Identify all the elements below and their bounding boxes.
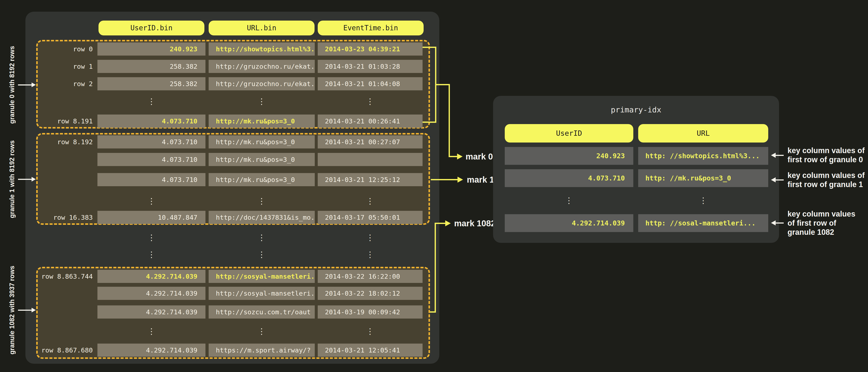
- annotation-1-arrow-line: [776, 179, 784, 180]
- cell-eventtime: 2014-03-22 16:22:00: [318, 270, 423, 283]
- cell-userid: 258.382: [97, 60, 206, 73]
- granule-1082-arrow-line: [18, 310, 32, 311]
- cell-eventtime-empty: [318, 153, 423, 166]
- mark-1-arrow-icon: [458, 177, 463, 182]
- annotation-line: first row of granule 0: [787, 155, 865, 164]
- index-column-header-userid: UserID: [505, 124, 633, 143]
- primary-index-title: primary-idx: [493, 106, 779, 114]
- annotation-0-arrow-icon: [771, 153, 776, 158]
- row-label: row 0: [27, 42, 93, 56]
- cell-eventtime: 2014-03-23 04:39:21: [318, 42, 423, 56]
- cell-url: http://mk.ru&pos=3_0: [209, 153, 315, 166]
- granule-0-arrow-line: [18, 84, 32, 85]
- index-column-header-url: URL: [638, 124, 768, 143]
- cell-url: http://sozcu.com.tr/oaut: [209, 306, 315, 319]
- cell-eventtime: 2014-03-22 18:02:12: [318, 287, 423, 300]
- mark-0-connector: [423, 47, 436, 48]
- row-label: row 1: [27, 60, 93, 73]
- cell-url: https://m.sport.airway/?: [209, 344, 315, 357]
- annotation-granule-1082: key column values of first row of granul…: [787, 209, 855, 237]
- ellipsis-icon: ⋮: [366, 197, 374, 205]
- cell-url: http://sosyal-mansetleri...: [209, 287, 315, 300]
- index-cell-url: http: //mk.ru&pos=3_0: [638, 169, 768, 187]
- index-cell-userid: 4.073.710: [505, 169, 633, 187]
- annotation-line: first row of granule 1: [787, 180, 865, 189]
- ellipsis-icon: ⋮: [148, 233, 155, 241]
- row-label: row 2: [27, 77, 93, 90]
- cell-userid: 4.073.710: [97, 115, 206, 128]
- mark-0-connector: [448, 84, 450, 157]
- cell-eventtime: 2014-03-17 05:50:01: [318, 211, 423, 224]
- cell-eventtime: 2014-03-21 12:25:12: [318, 173, 423, 186]
- ellipsis-icon: ⋮: [257, 327, 266, 335]
- annotation-granule-1: key column values of first row of granul…: [787, 171, 865, 189]
- cell-eventtime: 2014-03-21 12:05:41: [318, 344, 423, 357]
- cell-url: http://mk.ru&pos=3_0: [209, 115, 315, 128]
- cell-url: http://doc/1437831&is_mo...: [209, 211, 315, 224]
- cell-userid: 4.073.710: [97, 135, 206, 148]
- granule-1-side-label: granule 1 with 8192 rows: [8, 140, 16, 218]
- row-label: row 8.863.744: [27, 270, 93, 283]
- ellipsis-icon: ⋮: [148, 251, 155, 259]
- annotation-granule-0: key column values of first row of granul…: [787, 146, 865, 164]
- row-label: row 8.192: [27, 135, 93, 148]
- row-label: row 8.867.680: [27, 344, 93, 357]
- cell-userid: 258.382: [97, 77, 206, 90]
- row-label: row 8.191: [27, 115, 93, 128]
- ellipsis-icon: ⋮: [699, 196, 707, 204]
- index-cell-url: http: //showtopics.html%3...: [638, 147, 768, 165]
- mark-0-label: mark 0: [466, 151, 493, 162]
- index-cell-url: http: //sosal-mansetleri...: [638, 214, 768, 232]
- annotation-2-arrow-line: [776, 223, 784, 224]
- column-header-url-bin: URL.bin: [209, 21, 314, 35]
- cell-userid: 4.292.714.039: [97, 287, 206, 300]
- cell-userid: 4.292.714.039: [97, 306, 206, 319]
- granule-1-arrow-icon: [32, 177, 36, 181]
- ellipsis-icon: ⋮: [366, 327, 374, 335]
- granule-1082-side-label: granule 1082 with 3937 rows: [8, 266, 16, 354]
- index-cell-userid: 4.292.714.039: [505, 214, 633, 232]
- ellipsis-icon: ⋮: [148, 197, 155, 205]
- ellipsis-icon: ⋮: [257, 197, 266, 205]
- cell-url: http://mk.ru&pos=3_0: [209, 173, 315, 186]
- annotation-2-arrow-icon: [771, 220, 776, 225]
- ellipsis-icon: ⋮: [257, 251, 266, 259]
- mark-1-connector: [431, 179, 458, 180]
- cell-url: http://showtopics.html%3...: [209, 42, 315, 56]
- ellipsis-icon: ⋮: [366, 97, 374, 106]
- mark-0-connector: [448, 156, 458, 157]
- annotation-line: key column values of: [787, 171, 865, 180]
- cell-url: http://sosyal-mansetleri...: [209, 270, 315, 283]
- granule-0-arrow-icon: [32, 83, 36, 87]
- mark-0-connector: [435, 84, 450, 85]
- mark-0-arrow-icon: [457, 153, 463, 160]
- granule-1-arrow-line: [18, 179, 32, 180]
- ellipsis-icon: ⋮: [257, 233, 266, 241]
- column-header-eventtime-bin: EventTime.bin: [318, 21, 424, 35]
- cell-userid: 240.923: [97, 42, 206, 56]
- cell-userid: 4.073.710: [97, 173, 206, 186]
- cell-eventtime: 2014-03-19 00:09:42: [318, 306, 423, 319]
- cell-eventtime: 2014-03-21 01:04:08: [318, 77, 423, 90]
- index-cell-userid: 240.923: [505, 147, 633, 165]
- annotation-line: key column values: [787, 209, 855, 219]
- ellipsis-icon: ⋮: [565, 196, 573, 204]
- cell-userid: 4.073.710: [97, 153, 206, 166]
- ellipsis-icon: ⋮: [148, 327, 155, 335]
- annotation-line: key column values of: [787, 146, 865, 155]
- ellipsis-icon: ⋮: [148, 97, 155, 106]
- ellipsis-icon: ⋮: [366, 233, 374, 241]
- ellipsis-icon: ⋮: [366, 251, 374, 259]
- granule-1082-arrow-icon: [32, 308, 36, 312]
- mark-1082-connector: [435, 223, 436, 313]
- granule-0-side-label: granule 0 with 8192 rows: [8, 46, 16, 124]
- ellipsis-icon: ⋮: [257, 97, 266, 106]
- mark-0-connector: [423, 121, 436, 123]
- mark-1082-label: mark 1082: [454, 218, 496, 228]
- cell-url: http://gruzochno.ru/ekat...: [209, 77, 315, 90]
- row-label: row 16.383: [27, 211, 93, 224]
- cell-eventtime: 2014-03-21 01:03:28: [318, 60, 423, 73]
- annotation-line: granule 1082: [787, 228, 855, 237]
- cell-eventtime: 2014-03-21 00:27:07: [318, 135, 423, 148]
- cell-userid: 4.292.714.039: [97, 270, 206, 283]
